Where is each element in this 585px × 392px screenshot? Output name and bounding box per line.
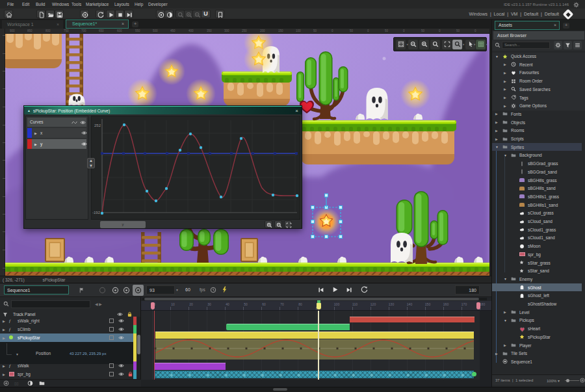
svg-text:252: 252: [94, 124, 101, 127]
svg-text:-192: -192: [92, 211, 101, 215]
